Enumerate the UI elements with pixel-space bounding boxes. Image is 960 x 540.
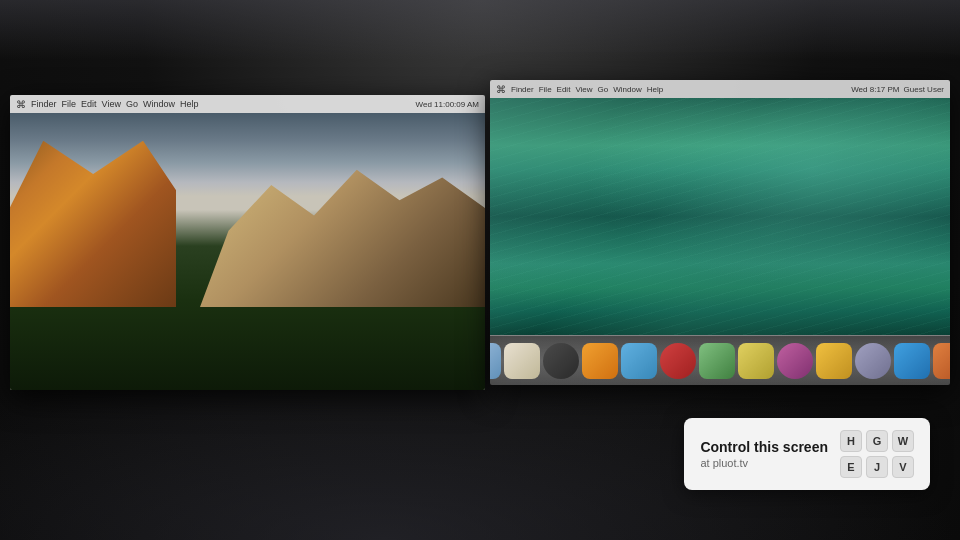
dock-icon-contacts[interactable] [543, 343, 579, 379]
control-popup[interactable]: Control this screen at pluot.tv H G W E … [684, 418, 930, 490]
wave-lines [490, 98, 950, 335]
code-letter-J: J [866, 456, 888, 478]
dock-icon-mail[interactable] [504, 343, 540, 379]
dock-icon-system-prefs[interactable] [933, 343, 951, 379]
menu-file-left[interactable]: File [62, 99, 77, 109]
user-right: Guest User [904, 85, 944, 94]
code-letter-E: E [840, 456, 862, 478]
code-letter-V: V [892, 456, 914, 478]
menubar-right: ⌘ Finder File Edit View Go Window Help W… [490, 80, 950, 98]
dock [490, 335, 950, 385]
code-row-1: H G W [840, 430, 914, 452]
desktop-mavericks [490, 98, 950, 335]
time-left: Wed 11:00:09 AM [416, 100, 479, 109]
menu-edit-right[interactable]: Edit [557, 85, 571, 94]
app-name-right: Finder [511, 85, 534, 94]
apple-icon-right: ⌘ [496, 84, 506, 95]
dock-icon-facetime[interactable] [660, 343, 696, 379]
menu-view-right[interactable]: View [575, 85, 592, 94]
menu-edit-left[interactable]: Edit [81, 99, 97, 109]
code-letter-W: W [892, 430, 914, 452]
menubar-right-left: Wed 11:00:09 AM [416, 100, 479, 109]
control-codes: H G W E J V [840, 430, 914, 478]
menu-view-left[interactable]: View [102, 99, 121, 109]
dock-icon-messages[interactable] [621, 343, 657, 379]
dock-icon-photos[interactable] [816, 343, 852, 379]
dock-icon-calendar[interactable] [582, 343, 618, 379]
menu-go-right[interactable]: Go [598, 85, 609, 94]
menubar-left-items: ⌘ Finder File Edit View Go Window Help [16, 99, 198, 110]
time-right: Wed 8:17 PM [851, 85, 899, 94]
bg-gloss [0, 0, 960, 60]
dock-icon-notes[interactable] [738, 343, 774, 379]
menubar-right-items: Wed 8:17 PM Guest User [851, 85, 944, 94]
screen-right: ⌘ Finder File Edit View Go Window Help W… [490, 80, 950, 385]
control-subtitle: at pluot.tv [700, 457, 828, 469]
dock-icon-reminders[interactable] [777, 343, 813, 379]
dock-icon-maps[interactable] [699, 343, 735, 379]
desktop-el-capitan [10, 113, 485, 390]
menu-window-right[interactable]: Window [613, 85, 641, 94]
code-row-2: E J V [840, 456, 914, 478]
control-title: Control this screen [700, 439, 828, 456]
menu-go-left[interactable]: Go [126, 99, 138, 109]
app-name-left: Finder [31, 99, 57, 109]
menu-help-left[interactable]: Help [180, 99, 199, 109]
dock-icon-finder[interactable] [490, 343, 501, 379]
apple-icon-left: ⌘ [16, 99, 26, 110]
menubar-left: ⌘ Finder File Edit View Go Window Help W… [10, 95, 485, 113]
dock-icon-itunes[interactable] [855, 343, 891, 379]
menu-help-right[interactable]: Help [647, 85, 663, 94]
control-popup-text: Control this screen at pluot.tv [700, 439, 828, 470]
menu-file-right[interactable]: File [539, 85, 552, 94]
code-letter-G: G [866, 430, 888, 452]
menu-window-left[interactable]: Window [143, 99, 175, 109]
code-letter-H: H [840, 430, 862, 452]
screen-left: ⌘ Finder File Edit View Go Window Help W… [10, 95, 485, 390]
dock-icon-app-store[interactable] [894, 343, 930, 379]
